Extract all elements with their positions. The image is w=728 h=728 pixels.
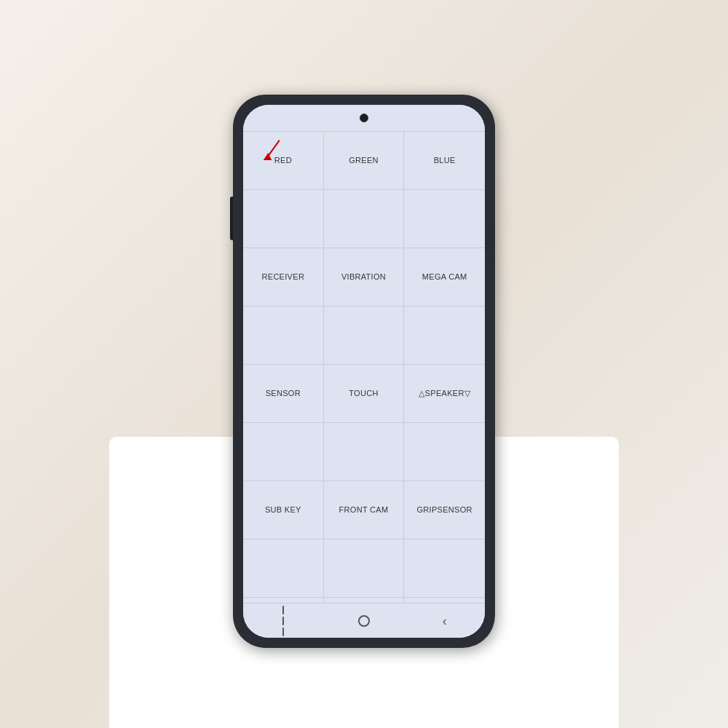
cell-empty-5 bbox=[324, 306, 405, 365]
phone-device: RED GREEN BLUE RECEIVER bbox=[233, 95, 495, 648]
cell-red[interactable]: RED bbox=[243, 132, 324, 190]
cell-speaker[interactable]: △SPEAKER▽ bbox=[404, 365, 485, 423]
cell-sensorhub-test[interactable]: SENSORHUB TEST bbox=[243, 598, 324, 603]
navigation-bar: ‹ bbox=[243, 603, 485, 638]
cell-empty-1 bbox=[243, 190, 324, 248]
cell-empty-3 bbox=[404, 190, 485, 248]
recents-button[interactable] bbox=[269, 610, 298, 632]
cell-empty-10 bbox=[243, 539, 324, 598]
back-button[interactable]: ‹ bbox=[430, 610, 459, 632]
nav-line-3 bbox=[282, 628, 284, 636]
phone-screen: RED GREEN BLUE RECEIVER bbox=[243, 105, 485, 638]
cell-empty-7 bbox=[243, 423, 324, 481]
home-circle-icon bbox=[358, 615, 370, 627]
cell-empty-12 bbox=[404, 539, 485, 598]
camera-area bbox=[243, 105, 485, 131]
cell-hall-ic[interactable]: HALL IC bbox=[404, 598, 485, 603]
cell-empty-2 bbox=[324, 190, 405, 248]
phone-wrapper: RED GREEN BLUE RECEIVER bbox=[233, 95, 495, 648]
cell-empty-6 bbox=[404, 306, 485, 365]
front-camera-icon bbox=[360, 114, 368, 122]
cell-blue[interactable]: BLUE bbox=[404, 132, 485, 190]
nav-line-1 bbox=[282, 606, 284, 614]
cell-empty-4 bbox=[243, 306, 324, 365]
scene: RED GREEN BLUE RECEIVER bbox=[0, 0, 728, 728]
cell-sensor[interactable]: SENSOR bbox=[243, 365, 324, 423]
cell-receiver[interactable]: RECEIVER bbox=[243, 248, 324, 306]
cell-green[interactable]: GREEN bbox=[324, 132, 405, 190]
side-button bbox=[230, 197, 233, 240]
cell-mega-cam[interactable]: MEGA CAM bbox=[404, 248, 485, 306]
cell-sub-key[interactable]: SUB KEY bbox=[243, 481, 324, 539]
back-chevron-icon: ‹ bbox=[443, 614, 447, 628]
cell-front-cam[interactable]: FRONT CAM bbox=[324, 481, 405, 539]
cell-vibration[interactable]: VIBRATION bbox=[324, 248, 405, 306]
nav-line-2 bbox=[282, 617, 284, 625]
cell-empty-8 bbox=[324, 423, 405, 481]
cell-empty-11 bbox=[324, 539, 405, 598]
cell-gripsensor[interactable]: GRIPSENSOR bbox=[404, 481, 485, 539]
cell-empty-9 bbox=[404, 423, 485, 481]
cell-touch[interactable]: TOUCH bbox=[324, 365, 405, 423]
home-button[interactable] bbox=[349, 610, 379, 632]
cell-black[interactable]: BLACK bbox=[324, 598, 405, 603]
test-grid: RED GREEN BLUE RECEIVER bbox=[243, 131, 485, 603]
